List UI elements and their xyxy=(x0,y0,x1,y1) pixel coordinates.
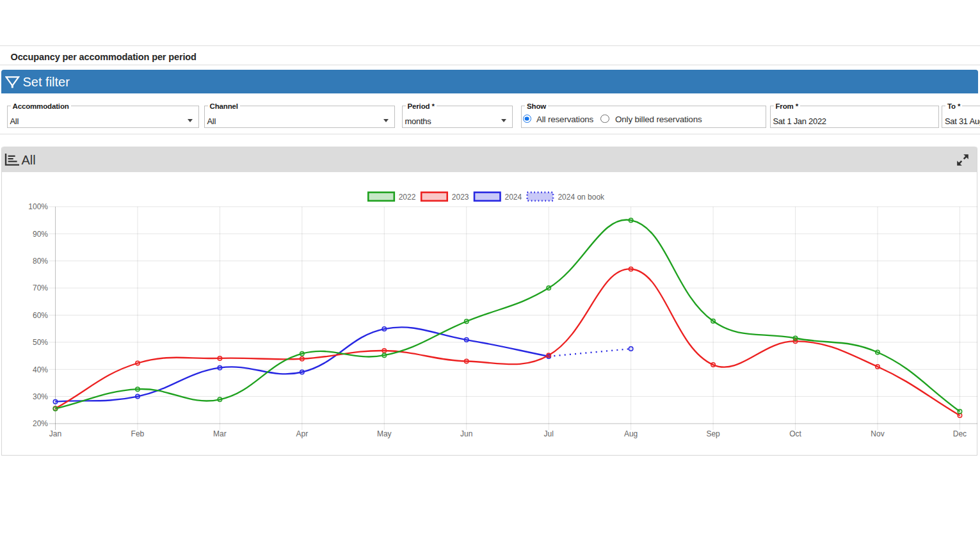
svg-text:60%: 60% xyxy=(33,311,48,320)
svg-text:Oct: Oct xyxy=(789,429,801,438)
svg-text:2024 on book: 2024 on book xyxy=(558,193,605,202)
svg-text:Sep: Sep xyxy=(706,429,720,438)
svg-text:Dec: Dec xyxy=(953,429,967,438)
svg-text:90%: 90% xyxy=(33,230,48,239)
svg-text:Apr: Apr xyxy=(296,429,308,438)
svg-text:Mar: Mar xyxy=(213,429,227,438)
svg-text:70%: 70% xyxy=(33,283,48,292)
svg-text:100%: 100% xyxy=(28,202,48,211)
svg-text:40%: 40% xyxy=(33,365,48,374)
svg-text:2023: 2023 xyxy=(452,193,469,202)
svg-text:2022: 2022 xyxy=(399,193,416,202)
svg-text:Aug: Aug xyxy=(624,429,638,438)
svg-text:Jun: Jun xyxy=(460,429,472,438)
svg-text:2024: 2024 xyxy=(505,193,522,202)
svg-text:Feb: Feb xyxy=(131,429,145,438)
svg-text:30%: 30% xyxy=(33,392,48,401)
svg-text:Jan: Jan xyxy=(49,429,61,438)
svg-text:Jul: Jul xyxy=(544,429,554,438)
svg-text:20%: 20% xyxy=(33,419,48,428)
svg-text:May: May xyxy=(377,429,392,438)
svg-text:50%: 50% xyxy=(33,338,48,347)
svg-text:80%: 80% xyxy=(33,257,48,266)
svg-text:Nov: Nov xyxy=(871,429,884,438)
